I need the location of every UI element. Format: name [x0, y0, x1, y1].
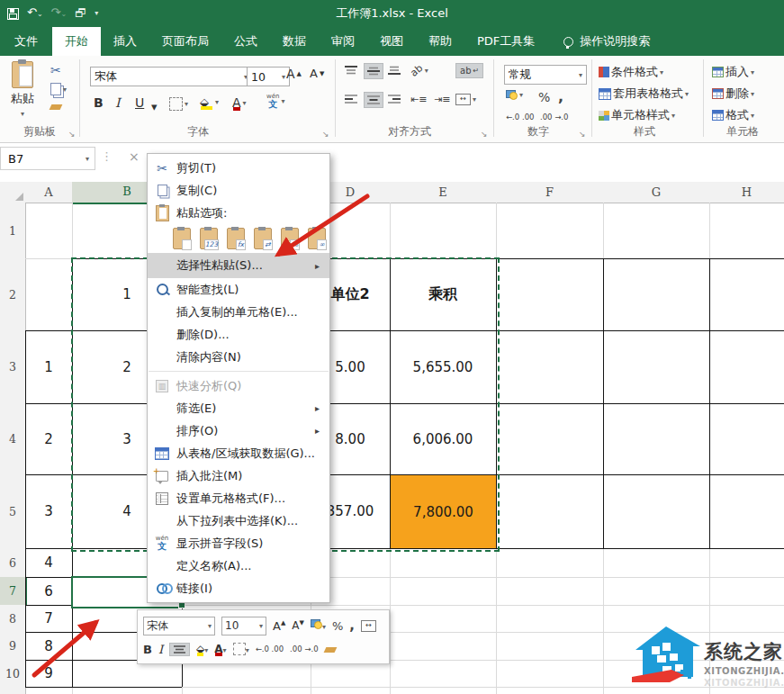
font-dialog-launcher[interactable]: ↘ — [322, 130, 329, 139]
decrease-indent-icon[interactable]: ⇤≡ — [410, 94, 427, 105]
paste-values-icon[interactable]: 123 — [200, 228, 218, 249]
wrap-text-icon[interactable]: ab↵ — [455, 63, 483, 78]
mini-comma-icon[interactable]: , — [349, 617, 355, 634]
format-cells-button[interactable]: 格式▾ — [712, 107, 754, 123]
tab-review[interactable]: 审阅 — [319, 27, 367, 56]
percent-style-icon[interactable]: % — [538, 90, 550, 104]
alignment-dialog-launcher[interactable]: ↘ — [481, 130, 488, 139]
mini-font-size-combo[interactable]: 10▾ — [221, 617, 266, 635]
paste-button[interactable]: 粘贴 ▾ — [11, 61, 34, 118]
tab-data[interactable]: 数据 — [270, 27, 319, 56]
increase-font-icon[interactable]: A▲ — [286, 67, 302, 81]
increase-indent-icon[interactable]: ⇥≡ — [434, 94, 450, 105]
align-right-icon[interactable] — [387, 94, 401, 104]
row-header-11-partial[interactable] — [0, 687, 26, 694]
tab-formulas[interactable]: 公式 — [221, 27, 270, 56]
delete-cells-button[interactable]: 删除▾ — [712, 86, 754, 102]
mini-bold-button[interactable]: B — [143, 643, 152, 656]
copy-icon[interactable]: ▾ — [50, 83, 67, 95]
font-color-icon[interactable]: A▾ — [232, 95, 247, 110]
align-middle-icon[interactable] — [364, 63, 383, 79]
fill-color-icon[interactable]: ⬙▾ — [200, 95, 219, 109]
accounting-format-icon[interactable]: ▾ — [506, 90, 523, 100]
menu-item-delete[interactable]: 删除(D)... — [148, 323, 329, 346]
cancel-icon[interactable]: × — [129, 149, 140, 164]
cut-icon[interactable]: ✂ — [50, 63, 61, 77]
cell-A6[interactable]: 4 — [25, 548, 72, 577]
borders-icon[interactable]: ▾ — [169, 97, 188, 111]
menu-item-sort[interactable]: 排序(O) ▸ — [148, 419, 329, 442]
row-header-1[interactable]: 1 — [0, 203, 26, 259]
save-icon[interactable] — [7, 8, 19, 20]
col-header-A[interactable]: A — [25, 182, 73, 203]
redo-icon[interactable]: ↷⌄ — [51, 0, 68, 28]
mini-format-painter-icon[interactable] — [325, 643, 336, 655]
tab-home[interactable]: 开始 — [52, 27, 101, 56]
row-header-5[interactable]: 5 — [0, 474, 26, 549]
cell-A5[interactable]: 3 — [25, 474, 72, 548]
menu-item-smart-lookup[interactable]: 智能查找(L) — [148, 278, 329, 301]
menu-item-insert-comment[interactable]: 插入批注(M) — [148, 464, 329, 487]
paste-formatting-icon[interactable]: % — [281, 228, 299, 249]
align-center-icon[interactable] — [364, 92, 383, 108]
mini-align-center-icon[interactable] — [169, 643, 190, 656]
menu-item-format-cells[interactable]: 设置单元格格式(F)... — [148, 487, 329, 509]
menu-item-define-name[interactable]: 定义名称(A)... — [148, 554, 329, 577]
align-bottom-icon[interactable] — [387, 65, 401, 76]
print-preview-icon[interactable]: 🗗 — [75, 0, 86, 27]
bold-button[interactable]: B — [94, 95, 104, 110]
tab-help[interactable]: 帮助 — [416, 27, 464, 56]
tab-page-layout[interactable]: 页面布局 — [149, 27, 221, 56]
menu-item-clear-contents[interactable]: 清除内容(N) — [148, 346, 329, 368]
mini-increase-decimal-icon[interactable]: ←.0 .00 — [256, 645, 284, 653]
underline-button[interactable]: U — [135, 95, 144, 110]
mini-borders-icon[interactable]: ▾ — [233, 643, 249, 656]
format-painter-icon[interactable] — [50, 104, 61, 110]
comma-style-icon[interactable]: , — [558, 88, 563, 105]
cell-A8[interactable]: 7 — [25, 605, 72, 632]
cell-styles-button[interactable]: 单元格样式▾ — [599, 107, 675, 123]
mini-fill-color-icon[interactable]: ⬙▾ — [196, 643, 208, 655]
col-header-E[interactable]: E — [390, 182, 497, 203]
tab-view[interactable]: 视图 — [367, 27, 416, 56]
cell-A9[interactable]: 8 — [25, 632, 72, 660]
align-left-icon[interactable] — [344, 94, 358, 104]
name-box[interactable]: B7 ▾ — [0, 147, 95, 170]
conditional-formatting-button[interactable]: 条件格式▾ — [599, 64, 663, 80]
row-header-6[interactable]: 6 — [0, 548, 26, 578]
orientation-icon[interactable]: ab▾ — [410, 65, 428, 77]
phonetic-guide-icon[interactable]: wén文▾ — [266, 94, 284, 109]
menu-item-pick-from-list[interactable]: 从下拉列表中选择(K)... — [148, 509, 329, 532]
menu-item-link[interactable]: 链接(I) — [148, 577, 329, 599]
insert-cells-button[interactable]: 插入▾ — [712, 64, 754, 80]
mini-increase-font-icon[interactable]: A▲ — [273, 619, 285, 633]
mini-font-name-combo[interactable]: 宋体▾ — [143, 617, 215, 635]
underline-dropdown-icon[interactable]: ▾ — [151, 100, 158, 113]
font-size-combo[interactable]: 10▾ — [247, 67, 290, 86]
mini-decrease-decimal-icon[interactable]: .00 →.0 — [290, 645, 318, 653]
decrease-font-icon[interactable]: A▼ — [310, 67, 324, 80]
mini-decrease-font-icon[interactable]: A▼ — [292, 619, 304, 632]
menu-item-show-phonetic[interactable]: wén文 显示拼音字段(S) — [148, 532, 329, 554]
clipboard-dialog-launcher[interactable]: ↘ — [68, 130, 76, 139]
row-header-2[interactable]: 2 — [0, 258, 26, 331]
increase-decimal-icon[interactable]: ←.0 .00 — [506, 113, 534, 122]
row-header-10[interactable]: 10 — [0, 660, 26, 688]
menu-item-paste-special[interactable]: 选择性粘贴(S)... ▸ — [148, 253, 329, 278]
format-as-table-button[interactable]: 套用表格格式▾ — [599, 86, 689, 102]
number-format-combo[interactable]: 常规▾ — [504, 65, 587, 85]
number-dialog-launcher[interactable]: ↘ — [579, 130, 586, 139]
mini-italic-button[interactable]: I — [158, 643, 163, 656]
mini-accounting-icon[interactable]: ▾ — [311, 619, 326, 632]
italic-button[interactable]: I — [115, 95, 121, 110]
mini-font-color-icon[interactable]: A▾ — [214, 643, 226, 655]
row-header-4[interactable]: 4 — [0, 403, 26, 475]
tab-file[interactable]: 文件 — [0, 27, 52, 56]
cell-A7[interactable]: 6 — [25, 577, 72, 605]
undo-icon[interactable]: ↶⌄ — [27, 0, 43, 28]
tab-insert[interactable]: 插入 — [101, 27, 149, 56]
menu-item-filter[interactable]: 筛选(E) ▸ — [148, 397, 329, 419]
paste-icon[interactable] — [173, 228, 191, 249]
tab-pdf-tools[interactable]: PDF工具集 — [464, 27, 547, 56]
cell-A10[interactable]: 9 — [25, 660, 72, 687]
